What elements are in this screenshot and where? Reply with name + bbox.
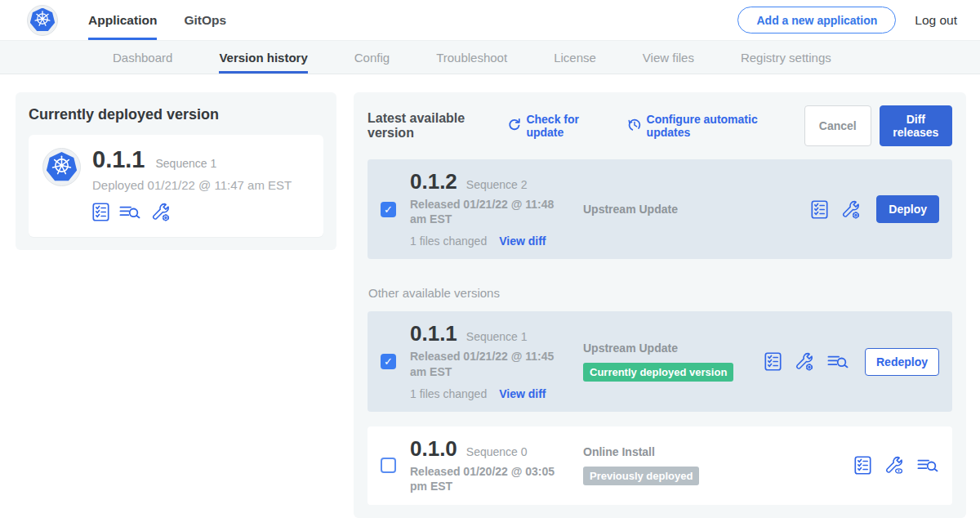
previously-deployed-badge: Previously deployed <box>583 467 699 485</box>
preflight-checklist-icon[interactable] <box>764 352 782 371</box>
deploy-button[interactable]: Deploy <box>876 195 939 223</box>
files-changed-label: 1 files changed <box>410 387 487 400</box>
subnav-version-history[interactable]: Version history <box>219 41 307 74</box>
source-label: Upstream Update <box>583 342 764 355</box>
main-content: Currently deployed version <box>0 74 980 518</box>
version-checkbox[interactable] <box>381 458 396 473</box>
source-label: Online Install <box>583 445 854 458</box>
preflight-checklist-icon[interactable] <box>854 456 871 475</box>
currently-deployed-card: Currently deployed version <box>16 92 336 250</box>
deployed-sequence-label: Sequence 1 <box>156 157 217 170</box>
version-row-0-1-2: 0.1.2 Sequence 2 Released 01/21/22 @ 11:… <box>368 159 952 259</box>
version-row-0-1-0: 0.1.0 Sequence 0 Released 01/20/22 @ 03:… <box>368 426 952 505</box>
version-actions: Deploy <box>811 195 939 223</box>
preflight-checklist-icon[interactable] <box>92 203 109 221</box>
deploy-logs-icon[interactable] <box>826 353 849 370</box>
currently-deployed-badge: Currently deployed version <box>583 363 733 382</box>
released-timestamp: Released 01/21/22 @ 11:48 am EST <box>410 197 567 226</box>
diff-releases-button[interactable]: Diff releases <box>880 105 952 146</box>
released-timestamp: Released 01/20/22 @ 03:05 pm EST <box>410 464 567 493</box>
kubernetes-logo-badge <box>27 5 58 36</box>
version-checkbox[interactable] <box>381 354 396 369</box>
subnav-view-files[interactable]: View files <box>643 41 694 74</box>
check-for-update-label: Check for update <box>526 113 606 139</box>
header-actions: Cancel Diff releases <box>804 105 952 146</box>
preflight-checklist-icon[interactable] <box>811 200 828 219</box>
top-nav: Application GitOps Add a new application… <box>0 0 980 41</box>
configure-automatic-updates-link[interactable]: Configure automatic updates <box>627 113 784 139</box>
version-source: Upstream Update <box>573 203 811 216</box>
edit-config-icon[interactable] <box>150 202 171 222</box>
refresh-icon <box>506 118 521 135</box>
topnav-right: Add a new application Log out <box>737 0 957 40</box>
app-subnav: Dashboard Version history Config Trouble… <box>0 41 980 74</box>
sequence-label: Sequence 0 <box>466 445 528 458</box>
kubernetes-logo-badge <box>42 148 81 186</box>
kubernetes-wheel-icon <box>33 10 51 31</box>
deploy-logs-icon[interactable] <box>118 203 141 221</box>
latest-version-header: Latest available version Check for updat… <box>368 105 952 146</box>
edit-config-icon[interactable] <box>794 351 814 372</box>
released-timestamp: Released 01/21/22 @ 11:45 am EST <box>410 349 567 378</box>
redeploy-button[interactable]: Redeploy <box>865 348 939 376</box>
kubernetes-wheel-icon <box>51 154 73 180</box>
version-info: 0.1.2 Sequence 2 Released 01/21/22 @ 11:… <box>410 171 573 248</box>
sequence-label: Sequence 2 <box>466 178 528 191</box>
tab-gitops[interactable]: GitOps <box>184 0 226 40</box>
view-diff-link[interactable]: View diff <box>499 387 546 400</box>
deployed-action-icons <box>92 202 292 222</box>
version-info: 0.1.0 Sequence 0 Released 01/20/22 @ 03:… <box>410 438 573 493</box>
version-history-panel: Latest available version Check for updat… <box>354 92 966 518</box>
version-number: 0.1.0 <box>410 438 457 459</box>
version-source: Online Install Previously deployed <box>573 445 854 485</box>
version-source: Upstream Update Currently deployed versi… <box>573 342 764 382</box>
app-logo <box>27 5 58 36</box>
files-changed-label: 1 files changed <box>410 234 487 248</box>
kubernetes-heptagon <box>47 152 78 182</box>
view-diff-link[interactable]: View diff <box>499 234 546 248</box>
sequence-label: Sequence 1 <box>466 330 528 343</box>
view-config-icon[interactable] <box>884 455 904 476</box>
deploy-logs-icon[interactable] <box>916 457 939 474</box>
deployed-timestamp: Deployed 01/21/22 @ 11:47 am EST <box>92 178 292 192</box>
cancel-button[interactable]: Cancel <box>804 105 871 146</box>
deployed-version-tile: 0.1.1 Sequence 1 Deployed 01/21/22 @ 11:… <box>29 135 323 237</box>
check-for-update-link[interactable]: Check for update <box>506 113 606 139</box>
subnav-troubleshoot[interactable]: Troubleshoot <box>436 41 507 74</box>
latest-version-title: Latest available version <box>368 111 497 141</box>
subnav-registry-settings[interactable]: Registry settings <box>741 41 831 74</box>
deployed-version-number: 0.1.1 <box>92 148 145 172</box>
edit-config-icon[interactable] <box>840 199 861 220</box>
version-checkbox[interactable] <box>381 202 396 217</box>
currently-deployed-title: Currently deployed version <box>29 106 323 123</box>
add-new-application-button[interactable]: Add a new application <box>737 7 896 33</box>
subnav-config[interactable]: Config <box>354 41 390 74</box>
version-number: 0.1.1 <box>410 323 457 344</box>
other-versions-label: Other available versions <box>368 286 952 300</box>
subnav-dashboard[interactable]: Dashboard <box>113 41 172 74</box>
kubernetes-heptagon <box>30 8 56 33</box>
tab-application[interactable]: Application <box>88 0 157 40</box>
scheduled-update-icon <box>627 118 642 135</box>
source-label: Upstream Update <box>583 203 811 216</box>
version-row-0-1-1: 0.1.1 Sequence 1 Released 01/21/22 @ 11:… <box>368 311 952 411</box>
version-actions <box>854 455 939 476</box>
deployed-version-info: 0.1.1 Sequence 1 Deployed 01/21/22 @ 11:… <box>92 148 292 222</box>
logout-link[interactable]: Log out <box>915 13 957 28</box>
configure-automatic-updates-label: Configure automatic updates <box>647 113 784 139</box>
version-number: 0.1.2 <box>410 171 457 192</box>
kots-admin-console: Application GitOps Add a new application… <box>0 0 980 518</box>
version-actions: Redeploy <box>764 348 939 376</box>
subnav-license[interactable]: License <box>554 41 596 74</box>
top-tabs: Application GitOps <box>88 0 253 40</box>
version-info: 0.1.1 Sequence 1 Released 01/21/22 @ 11:… <box>410 323 573 400</box>
